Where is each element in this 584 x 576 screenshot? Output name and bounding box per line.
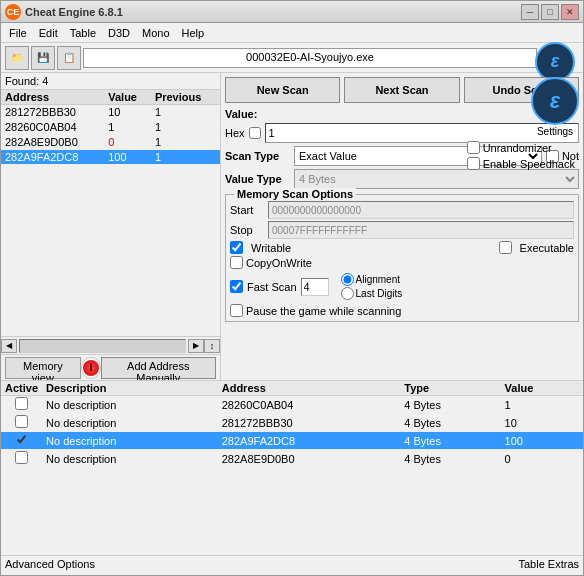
scan-results-table: Address Value Previous 281272BBB30 10 1 … xyxy=(1,90,220,165)
menu-bar: File Edit Table D3D Mono Help xyxy=(1,23,583,43)
app-icon: CE xyxy=(5,4,21,20)
row-active-checkbox[interactable] xyxy=(15,397,28,410)
table-row[interactable]: No description 282A8E9D0B0 4 Bytes 0 xyxy=(1,450,583,468)
bottom-footer: Advanced Options Table Extras xyxy=(1,555,583,575)
menu-mono[interactable]: Mono xyxy=(136,26,176,40)
alignment-radio-row: Alignment xyxy=(341,273,403,286)
right-panel: ε Settings New Scan Next Scan Undo Scan … xyxy=(221,73,583,380)
menu-d3d[interactable]: D3D xyxy=(102,26,136,40)
writable-label: Writable xyxy=(251,242,291,254)
scan-address: 282A8E9D0B0 xyxy=(1,135,104,150)
main-content: Found: 4 Address Value Previous 281272BB… xyxy=(1,73,583,380)
last-digits-radio-row: Last Digits xyxy=(341,287,403,300)
table-row[interactable]: No description 28260C0AB04 4 Bytes 1 xyxy=(1,396,583,414)
value-type-select[interactable]: 4 Bytes 1 Byte 2 Bytes 8 Bytes Float xyxy=(294,169,579,189)
left-panel: Found: 4 Address Value Previous 281272BB… xyxy=(1,73,221,380)
minimize-button[interactable]: ─ xyxy=(521,4,539,20)
hex-checkbox[interactable] xyxy=(249,127,261,139)
reset-button[interactable] xyxy=(81,357,101,379)
table-row[interactable]: 281272BBB30 10 1 xyxy=(1,105,220,120)
scroll-left-btn[interactable]: ◀ xyxy=(1,339,17,353)
start-input[interactable] xyxy=(268,201,574,219)
toolbar-btn-1[interactable]: 📁 xyxy=(5,46,29,70)
active-cell xyxy=(1,414,42,432)
addr-cell: 282A9FA2DC8 xyxy=(218,432,401,450)
fast-scan-row: Fast Scan Alignment Last Digits xyxy=(230,273,574,300)
alignment-col: Alignment Last Digits xyxy=(341,273,403,300)
type-cell: 4 Bytes xyxy=(400,450,500,468)
writable-row: Writable Executable xyxy=(230,241,574,254)
value-type-row: Value Type 4 Bytes 1 Byte 2 Bytes 8 Byte… xyxy=(225,169,579,189)
executable-label: Executable xyxy=(520,242,574,254)
scroll-corner-btn[interactable]: ↕ xyxy=(204,339,220,353)
table-row[interactable]: 28260C0AB04 1 1 xyxy=(1,120,220,135)
memory-scan-group: Memory Scan Options Start Stop Writable xyxy=(225,194,579,322)
scan-address: 28260C0AB04 xyxy=(1,120,104,135)
col-active: Active xyxy=(1,381,42,396)
col-address: Address xyxy=(218,381,401,396)
menu-edit[interactable]: Edit xyxy=(33,26,64,40)
table-row[interactable]: 282A9FA2DC8 100 1 xyxy=(1,150,220,165)
scan-previous: 1 xyxy=(151,135,220,150)
value-cell: 10 xyxy=(501,414,583,432)
stop-input[interactable] xyxy=(268,221,574,239)
scroll-right-btn[interactable]: ▶ xyxy=(188,339,204,353)
menu-help[interactable]: Help xyxy=(176,26,211,40)
pause-checkbox[interactable] xyxy=(230,304,243,317)
scan-address: 282A9FA2DC8 xyxy=(1,150,104,165)
close-button[interactable]: ✕ xyxy=(561,4,579,20)
last-digits-radio[interactable] xyxy=(341,287,354,300)
add-address-button[interactable]: Add Address Manually xyxy=(101,357,216,379)
addr-cell: 282A8E9D0B0 xyxy=(218,450,401,468)
type-cell: 4 Bytes xyxy=(400,432,500,450)
title-controls: ─ □ ✕ xyxy=(521,4,579,20)
table-row[interactable]: No description 282A9FA2DC8 4 Bytes 100 xyxy=(1,432,583,450)
unrandomizer-checkbox[interactable] xyxy=(467,141,480,154)
stop-row: Stop xyxy=(230,221,574,239)
new-scan-button[interactable]: New Scan xyxy=(225,77,340,103)
type-cell: 4 Bytes xyxy=(400,414,500,432)
value-row: Value: xyxy=(225,108,579,120)
scan-value: 10 xyxy=(104,105,151,120)
addr-cell: 28260C0AB04 xyxy=(218,396,401,414)
settings-area: ε Settings xyxy=(531,77,579,137)
menu-table[interactable]: Table xyxy=(64,26,102,40)
speedhack-checkbox[interactable] xyxy=(467,157,480,170)
active-cell xyxy=(1,396,42,414)
row-active-checkbox[interactable] xyxy=(15,415,28,428)
row-active-checkbox[interactable] xyxy=(15,433,28,446)
col-previous: Previous xyxy=(151,90,220,105)
value-cell: 0 xyxy=(501,450,583,468)
alignment-radio[interactable] xyxy=(341,273,354,286)
memory-view-button[interactable]: Memory view xyxy=(5,357,81,379)
toolbar-btn-2[interactable]: 💾 xyxy=(31,46,55,70)
stop-label: Stop xyxy=(230,224,265,236)
pause-row: Pause the game while scanning xyxy=(230,304,574,317)
process-name: 000032E0-AI-Syoujyo.exe xyxy=(83,48,537,68)
extra-options: Unrandomizer Enable Speedhack xyxy=(467,141,575,170)
executable-checkbox[interactable] xyxy=(499,241,512,254)
toolbar: 📁 💾 📋 000032E0-AI-Syoujyo.exe ε xyxy=(1,43,583,73)
scan-value: 100 xyxy=(104,150,151,165)
menu-file[interactable]: File xyxy=(3,26,33,40)
scan-list-container[interactable]: Address Value Previous 281272BBB30 10 1 … xyxy=(1,90,220,336)
advanced-options-label: Advanced Options xyxy=(5,558,95,573)
title-bar: CE Cheat Engine 6.8.1 ─ □ ✕ xyxy=(1,1,583,23)
value-cell: 100 xyxy=(501,432,583,450)
scan-previous: 1 xyxy=(151,105,220,120)
col-value: Value xyxy=(501,381,583,396)
maximize-button[interactable]: □ xyxy=(541,4,559,20)
scan-previous: 1 xyxy=(151,150,220,165)
start-row: Start xyxy=(230,201,574,219)
row-active-checkbox[interactable] xyxy=(15,451,28,464)
table-row[interactable]: 282A8E9D0B0 0 1 xyxy=(1,135,220,150)
copyonwrite-checkbox[interactable] xyxy=(230,256,243,269)
fast-scan-checkbox[interactable] xyxy=(230,280,243,293)
address-table: Active Description Address Type Value No… xyxy=(1,381,583,468)
next-scan-button[interactable]: Next Scan xyxy=(344,77,459,103)
table-row[interactable]: No description 281272BBB30 4 Bytes 10 xyxy=(1,414,583,432)
writable-checkbox[interactable] xyxy=(230,241,243,254)
fast-scan-value[interactable] xyxy=(301,278,329,296)
hscrollbar[interactable] xyxy=(19,339,186,353)
toolbar-btn-3[interactable]: 📋 xyxy=(57,46,81,70)
